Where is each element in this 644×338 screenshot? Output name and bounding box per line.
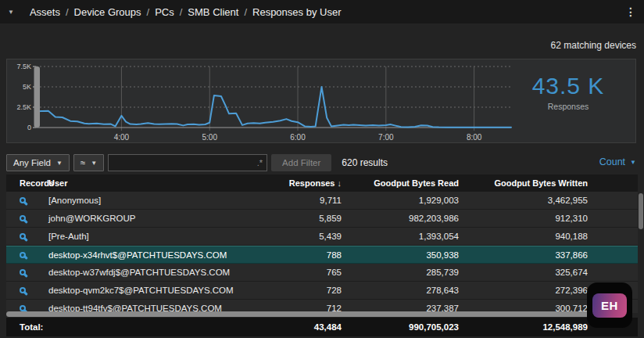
breadcrumb-pcs[interactable]: PCs <box>155 6 174 18</box>
breadcrumb-separator: / <box>147 6 150 18</box>
column-header-records: Records <box>6 178 39 188</box>
search-icon[interactable] <box>20 233 26 239</box>
vertical-scrollbar[interactable] <box>639 193 643 229</box>
breadcrumb-separator: / <box>66 6 69 18</box>
table-row[interactable]: john@WORKGROUP5,859982,203,986912,310 <box>6 210 638 228</box>
goodput-written-cell: 3,462,955 <box>459 196 588 205</box>
goodput-written-cell: 325,674 <box>459 268 588 277</box>
goodput-read-cell: 1,393,054 <box>342 232 459 241</box>
user-cell: desktop-x34rhvt$@PATCHTUESDAYS.COM <box>39 250 252 260</box>
table-row[interactable]: desktop-x34rhvt$@PATCHTUESDAYS.COM788350… <box>6 246 638 264</box>
chevron-down-icon: ▼ <box>56 160 63 167</box>
count-dropdown[interactable]: Count ▼ <box>599 156 636 167</box>
responses-chart-panel: 4:005:006:007:008:0002.5K5K7.5K 43.5 K R… <box>6 59 636 143</box>
table-rows: [Anonymous]9,7111,929,0033,462,955john@W… <box>6 192 638 313</box>
chart-drag-handle[interactable] <box>34 67 41 128</box>
total-goodput-read: 990,705,023 <box>342 322 459 332</box>
operator-dropdown-label: ≈ <box>80 158 85 167</box>
breadcrumb-responses-by-user[interactable]: Responses by User <box>252 6 341 18</box>
responses-cell: 765 <box>252 268 342 277</box>
goodput-written-cell: 272,396 <box>459 286 588 295</box>
svg-text:7:00: 7:00 <box>378 133 394 142</box>
add-filter-button[interactable]: Add Filter <box>271 154 331 171</box>
records-cell <box>6 287 39 293</box>
horizontal-scrollbar[interactable] <box>6 311 592 317</box>
filter-bar: Any Field ▼ ≈ ▼ .* Add Filter 620 result… <box>6 153 388 172</box>
responses-cell: 5,859 <box>252 214 342 223</box>
svg-text:5:00: 5:00 <box>202 133 217 142</box>
chevron-down-icon[interactable]: ▼ <box>8 9 14 16</box>
kebab-menu-icon[interactable]: ⋮ <box>625 6 636 17</box>
breadcrumb: Assets / Device Groups / PCs / SMB Clien… <box>30 6 342 18</box>
responses-cell: 788 <box>252 250 342 260</box>
filter-input[interactable] <box>108 154 267 171</box>
user-cell: desktop-w37wfdj$@PATCHTUESDAYS.COM <box>39 268 252 277</box>
goodput-read-cell: 278,643 <box>342 286 459 295</box>
column-header-responses[interactable]: Responses↓ <box>252 178 342 188</box>
search-icon[interactable] <box>20 252 26 258</box>
user-cell: desktop-qvm2kc7$@PATCHTUESDAYS.COM <box>39 286 252 295</box>
search-icon[interactable] <box>20 197 26 203</box>
field-dropdown[interactable]: Any Field ▼ <box>6 154 70 171</box>
operator-dropdown[interactable]: ≈ ▼ <box>73 154 104 171</box>
goodput-read-cell: 285,739 <box>342 268 459 277</box>
metric-value: 43.5 K <box>506 73 631 99</box>
summary-metric: 43.5 K Responses <box>506 73 631 111</box>
breadcrumb-device-groups[interactable]: Device Groups <box>74 6 141 18</box>
goodput-read-cell: 350,938 <box>342 250 459 260</box>
extrahop-logo: EH <box>587 282 632 328</box>
search-icon[interactable] <box>20 305 26 311</box>
records-cell <box>6 215 39 221</box>
search-icon[interactable] <box>20 215 26 221</box>
user-cell: [Anonymous] <box>39 196 252 205</box>
column-header-goodput-read[interactable]: Goodput Bytes Read <box>342 178 459 188</box>
breadcrumb-separator: / <box>244 6 247 18</box>
records-cell <box>6 197 39 203</box>
table-header: Records User Responses↓ Goodput Bytes Re… <box>6 174 638 192</box>
eh-logo-badge: EH <box>592 293 627 318</box>
field-dropdown-label: Any Field <box>13 158 51 167</box>
goodput-written-cell: 940,188 <box>459 232 588 241</box>
column-header-user[interactable]: User <box>39 178 252 188</box>
metric-label: Responses <box>506 102 631 111</box>
table-total-row: Total: 43,484 990,705,023 12,548,989 <box>6 318 638 336</box>
search-icon[interactable] <box>20 287 26 293</box>
records-cell <box>6 305 39 311</box>
svg-text:0: 0 <box>27 124 31 131</box>
top-bar: ▼ Assets / Device Groups / PCs / SMB Cli… <box>0 0 644 23</box>
breadcrumb-separator: / <box>180 6 183 18</box>
responses-cell: 728 <box>252 286 342 295</box>
user-cell: [Pre-Auth] <box>39 232 252 241</box>
records-cell <box>6 269 39 275</box>
breadcrumb-assets[interactable]: Assets <box>30 6 60 18</box>
column-header-goodput-written[interactable]: Goodput Bytes Written <box>459 178 588 188</box>
records-cell <box>6 233 39 239</box>
svg-text:4:00: 4:00 <box>114 133 130 142</box>
results-count: 620 results <box>342 157 388 168</box>
total-goodput-written: 12,548,989 <box>459 322 588 332</box>
count-dropdown-label: Count <box>599 156 625 167</box>
svg-text:8:00: 8:00 <box>467 133 482 142</box>
svg-text:6:00: 6:00 <box>290 133 306 142</box>
table-row[interactable]: desktop-w37wfdj$@PATCHTUESDAYS.COM765285… <box>6 264 638 282</box>
responses-cell: 9,711 <box>252 196 342 205</box>
table-row[interactable]: [Pre-Auth]5,4391,393,054940,188 <box>6 228 638 246</box>
goodput-read-cell: 1,929,003 <box>342 196 459 205</box>
total-label: Total: <box>6 322 252 332</box>
user-cell: john@WORKGROUP <box>39 214 252 223</box>
goodput-written-cell: 912,310 <box>459 214 588 223</box>
chevron-down-icon: ▼ <box>91 160 97 167</box>
matching-devices-link[interactable]: 62 matching devices <box>551 40 636 51</box>
breadcrumb-smb-client[interactable]: SMB Client <box>188 6 238 18</box>
table-row[interactable]: [Anonymous]9,7111,929,0033,462,955 <box>6 192 638 210</box>
goodput-written-cell: 337,866 <box>459 250 588 260</box>
responses-cell: 5,439 <box>252 232 342 241</box>
search-icon[interactable] <box>20 269 26 275</box>
records-cell <box>6 252 39 258</box>
total-responses: 43,484 <box>252 322 342 332</box>
table-row[interactable]: desktop-qvm2kc7$@PATCHTUESDAYS.COM728278… <box>6 282 638 300</box>
svg-text:2.5K: 2.5K <box>16 103 31 111</box>
goodput-read-cell: 982,203,986 <box>342 214 459 223</box>
chevron-down-icon: ▼ <box>630 159 636 166</box>
filter-input-wrap: .* <box>108 154 267 171</box>
